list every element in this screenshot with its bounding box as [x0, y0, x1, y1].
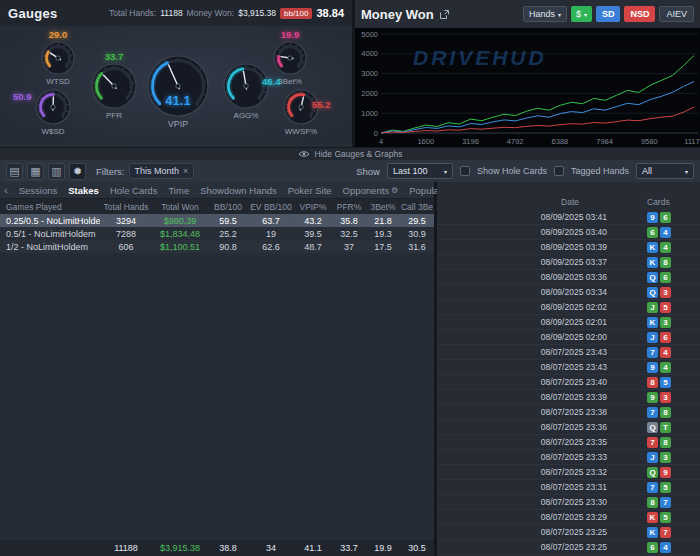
table-row[interactable]: 0.5/1 - NoLimitHoldem7288$1,834.4825.219…: [0, 227, 434, 240]
svg-text:6388: 6388: [552, 137, 569, 146]
column-header[interactable]: Call 3Be: [400, 202, 434, 212]
gauges-panel-title: Gauges: [8, 6, 57, 21]
gauge-value: 41.1: [165, 93, 190, 108]
tab-sessions[interactable]: Sessions: [19, 185, 58, 196]
popout-icon[interactable]: [439, 9, 450, 20]
gauge-value: 29.0: [49, 29, 68, 40]
tagged-filter-value: All: [642, 166, 652, 176]
hand-row[interactable]: 08/07/2025 23:2564: [437, 540, 700, 555]
hand-cards: Q6: [647, 272, 671, 283]
hand-row[interactable]: 08/09/2025 02:00J6: [437, 330, 700, 345]
hand-cards: J5: [647, 302, 671, 313]
tabs-scroll-left[interactable]: ‹: [4, 185, 8, 196]
column-header[interactable]: BB/100: [208, 202, 248, 212]
hand-row[interactable]: 08/09/2025 03:36Q6: [437, 270, 700, 285]
show-last-select[interactable]: Last 100 ▾: [387, 163, 453, 179]
gauge-label: AGG%: [234, 111, 259, 120]
tab-stakes[interactable]: Stakes: [68, 185, 99, 196]
table-cell: 29.5: [400, 216, 434, 226]
table-row[interactable]: 1/2 - NoLimitHoldem606$1,100.5190.862.64…: [0, 240, 434, 253]
nsd-button[interactable]: NSD: [624, 6, 655, 22]
column-header[interactable]: VPIP%: [294, 202, 332, 212]
card-chip: K: [647, 317, 658, 328]
hand-row[interactable]: 08/09/2025 03:34Q3: [437, 285, 700, 300]
money-mode-value: $: [576, 9, 581, 19]
sd-button[interactable]: SD: [596, 6, 621, 22]
gauges-panel: Gauges Total Hands: 11188 Money Won: $3,…: [0, 0, 352, 147]
column-header[interactable]: PFR%: [332, 202, 366, 212]
gear-icon: ⚙: [391, 186, 398, 195]
column-header[interactable]: Games Played: [0, 202, 100, 212]
hand-row[interactable]: 08/07/2025 23:29K5: [437, 510, 700, 525]
money-mode-select[interactable]: $ ▾: [571, 6, 592, 22]
hand-row[interactable]: 08/09/2025 02:02J5: [437, 300, 700, 315]
replayer-icon[interactable]: ▤: [6, 163, 23, 180]
table-cell: 7288: [100, 229, 152, 239]
tab-label: Sessions: [19, 185, 58, 196]
hand-row[interactable]: 08/07/2025 23:3878: [437, 405, 700, 420]
hand-cards: 96: [647, 212, 671, 223]
hand-row[interactable]: 08/09/2025 03:39K4: [437, 240, 700, 255]
date-column-header[interactable]: Date: [437, 197, 607, 207]
hand-row[interactable]: 08/07/2025 23:3578: [437, 435, 700, 450]
tabs-list: SessionsStakesHole CardsTimeShowdown Han…: [19, 185, 454, 196]
hand-cards: QT: [647, 422, 671, 433]
gauge-3bet: 19.93Bet%: [272, 40, 308, 80]
show-hole-cards-checkbox[interactable]: [460, 166, 470, 176]
filter-bar: ▤ ▦ ▥ ✹ Filters: This Month × Show Last …: [0, 160, 700, 182]
tagged-hands-checkbox[interactable]: [554, 166, 564, 176]
hand-row[interactable]: 08/07/2025 23:3175: [437, 480, 700, 495]
grid-small-icon[interactable]: ▦: [27, 163, 44, 180]
caret-icon: ▾: [444, 168, 447, 175]
hide-gauges-bar[interactable]: Hide Gauges & Graphs: [0, 147, 700, 160]
hand-cards: 74: [647, 347, 671, 358]
tab-showdown-hands[interactable]: Showdown Hands: [200, 185, 277, 196]
gauge-vpip: 41.1VPIP: [146, 54, 210, 122]
tagged-filter-select[interactable]: All ▾: [636, 163, 694, 179]
hand-row[interactable]: 08/09/2025 03:4196: [437, 210, 700, 225]
tab-hole-cards[interactable]: Hole Cards: [110, 185, 158, 196]
card-chip: 3: [660, 317, 671, 328]
card-chip: 8: [647, 497, 658, 508]
card-chip: 3: [660, 392, 671, 403]
hand-row[interactable]: 08/07/2025 23:36QT: [437, 420, 700, 435]
hand-row[interactable]: 08/09/2025 02:01K3: [437, 315, 700, 330]
hand-row[interactable]: 08/07/2025 23:25K7: [437, 525, 700, 540]
hand-row[interactable]: 08/09/2025 03:37K8: [437, 255, 700, 270]
hud-settings-icon[interactable]: ✹: [69, 163, 86, 180]
hand-row[interactable]: 08/07/2025 23:32Q9: [437, 465, 700, 480]
filter-chip-this-month[interactable]: This Month ×: [129, 163, 195, 179]
column-header[interactable]: EV BB/100: [248, 202, 294, 212]
hand-row[interactable]: 08/07/2025 23:4394: [437, 360, 700, 375]
hand-row[interactable]: 08/09/2025 03:4064: [437, 225, 700, 240]
hand-row[interactable]: 08/07/2025 23:3087: [437, 495, 700, 510]
aiev-button[interactable]: AIEV: [659, 6, 694, 22]
column-header[interactable]: Total Hands: [100, 202, 152, 212]
tab-time[interactable]: Time: [168, 185, 189, 196]
hands-header: Date Cards: [437, 194, 700, 210]
tab-opponents[interactable]: Opponents⚙: [343, 185, 399, 196]
cards-column-header[interactable]: Cards: [647, 197, 670, 207]
column-header[interactable]: Total Won: [152, 202, 208, 212]
hand-row[interactable]: 08/07/2025 23:4374: [437, 345, 700, 360]
card-chip: 6: [660, 212, 671, 223]
gauge-label: WTSD: [46, 77, 70, 86]
hand-cards: K5: [647, 512, 671, 523]
hand-row[interactable]: 08/07/2025 23:3993: [437, 390, 700, 405]
tab-label: Opponents: [343, 185, 389, 196]
column-header[interactable]: 3Bet%: [366, 202, 400, 212]
hand-cards: 64: [647, 227, 671, 238]
table-row[interactable]: 0.25/0.5 - NoLimitHoldem3294$980.3959.56…: [0, 214, 434, 227]
hand-row[interactable]: 08/07/2025 23:4085: [437, 375, 700, 390]
card-chip: 9: [647, 212, 658, 223]
hand-row[interactable]: 08/07/2025 23:33J3: [437, 450, 700, 465]
close-icon[interactable]: ×: [183, 166, 188, 176]
card-chip: 8: [660, 437, 671, 448]
hands-mode-select[interactable]: Hands ▾: [523, 6, 567, 22]
hand-date: 08/07/2025 23:25: [437, 542, 607, 552]
tab-poker-site[interactable]: Poker Site: [288, 185, 332, 196]
hand-cards: 93: [647, 392, 671, 403]
hand-date: 08/09/2025 03:34: [437, 287, 607, 297]
card-chip: 9: [647, 362, 658, 373]
grid-large-icon[interactable]: ▥: [48, 163, 65, 180]
